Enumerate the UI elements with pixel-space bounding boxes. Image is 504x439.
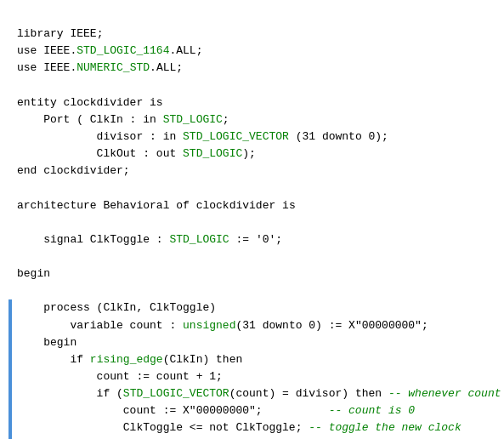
code-token: clockdivider (43, 164, 123, 177)
line-content: architecture Behavioral of clockdivider … (17, 197, 504, 214)
line-content (17, 282, 504, 299)
line-content: process (ClkIn, ClkToggle) (17, 299, 504, 316)
code-token: -- whenever count = divisor (388, 387, 504, 400)
line-content: entity clockdivider is (17, 94, 504, 111)
code-token: is (143, 96, 162, 109)
line-content: count := count + 1; (17, 368, 504, 385)
code-token: unsigned (183, 319, 235, 332)
code-token: (count) = divisor) then (229, 387, 388, 400)
code-line: if (STD_LOGIC_VECTOR(count) = divisor) t… (8, 385, 504, 402)
code-token: STD_LOGIC (183, 147, 242, 160)
code-token: ; (123, 164, 130, 177)
code-line: count := X"00000000"; -- count is 0 (8, 402, 504, 419)
line-indicator (8, 180, 12, 197)
line-content (17, 77, 504, 94)
line-indicator (8, 282, 12, 299)
line-content: begin (17, 265, 504, 282)
code-token: STD_LOGIC (163, 113, 223, 126)
line-content: divisor : in STD_LOGIC_VECTOR (31 downto… (17, 128, 504, 145)
line-indicator (8, 402, 12, 419)
code-line: count := count + 1; (8, 368, 504, 385)
code-token: .ALL; (150, 61, 183, 74)
code-token: STD_LOGIC (169, 233, 229, 246)
code-token: IEEE (43, 61, 70, 74)
code-token: process (ClkIn, ClkToggle) (17, 301, 216, 314)
code-token: ClkToggle (90, 233, 150, 246)
code-token: of (169, 199, 195, 212)
code-token: divisor : in (17, 130, 183, 143)
code-line: Port ( ClkIn : in STD_LOGIC; (8, 111, 504, 128)
code-token: IEEE (70, 27, 96, 40)
code-token: Port ( ClkIn : in (17, 113, 163, 126)
code-token: ); (242, 147, 256, 160)
code-token: begin (17, 336, 76, 349)
code-token: if ( (17, 387, 123, 400)
code-token: is (275, 199, 295, 212)
code-token: signal (17, 233, 90, 246)
code-line: process (ClkIn, ClkToggle) (8, 299, 504, 316)
code-token: if (17, 353, 90, 366)
line-content: count := X"00000000"; -- count is 0 (17, 402, 504, 419)
code-token: architecture (17, 199, 103, 212)
code-token: (31 downto 0); (289, 130, 388, 143)
line-content: library IEEE; (17, 26, 504, 43)
code-token: IEEE (43, 44, 70, 57)
code-line (8, 77, 504, 94)
line-content: if (STD_LOGIC_VECTOR(count) = divisor) t… (17, 385, 504, 402)
line-indicator (8, 265, 12, 282)
code-token: entity (17, 96, 64, 109)
code-line (8, 282, 504, 299)
line-indicator (8, 351, 12, 368)
code-line: use IEEE.STD_LOGIC_1164.ALL; (8, 43, 504, 60)
code-token: library (17, 27, 70, 40)
line-indicator (8, 419, 12, 436)
line-indicator (8, 43, 12, 60)
line-content (17, 180, 504, 197)
code-line: ClkToggle <= not ClkToggle; -- toggle th… (8, 419, 504, 436)
line-content: if rising_edge(ClkIn) then (17, 351, 504, 368)
line-content: use IEEE.NUMERIC_STD.ALL; (17, 60, 504, 77)
line-content: signal ClkToggle : STD_LOGIC := '0'; (17, 231, 504, 248)
code-token: count := X"00000000"; (17, 404, 263, 417)
line-indicator (8, 334, 12, 351)
code-editor: library IEEE;use IEEE.STD_LOGIC_1164.ALL… (8, 9, 504, 439)
code-token: (ClkIn) then (163, 353, 243, 366)
code-line (8, 214, 504, 231)
line-indicator (8, 26, 12, 43)
code-token: STD_LOGIC_VECTOR (183, 130, 289, 143)
code-token: NUMERIC_STD (76, 61, 150, 74)
code-token: STD_LOGIC_1164 (76, 44, 169, 57)
line-indicator (8, 77, 12, 94)
line-content (17, 214, 504, 231)
line-content: begin (17, 334, 504, 351)
line-indicator (8, 197, 12, 214)
code-token: -- count is 0 (263, 404, 415, 417)
code-token: clockdivider (64, 96, 144, 109)
code-line: architecture Behavioral of clockdivider … (8, 197, 504, 214)
code-line: end clockdivider; (8, 162, 504, 180)
line-indicator (8, 248, 12, 265)
line-indicator (8, 317, 12, 334)
code-token: use (17, 44, 43, 57)
code-line: begin (8, 334, 504, 351)
line-indicator (8, 385, 12, 402)
line-indicator (8, 60, 12, 77)
code-token: -- toggle the new clock (309, 421, 461, 434)
line-indicator (8, 231, 12, 248)
code-token: := '0'; (229, 233, 282, 246)
code-line: begin (8, 265, 504, 282)
code-token: : (150, 233, 169, 246)
code-token: count := count + 1; (17, 370, 223, 383)
code-line: divisor : in STD_LOGIC_VECTOR (31 downto… (8, 128, 504, 145)
line-indicator (8, 94, 12, 111)
code-token: ; (97, 27, 104, 40)
line-content: Port ( ClkIn : in STD_LOGIC; (17, 111, 504, 128)
code-line: variable count : unsigned(31 downto 0) :… (8, 317, 504, 334)
line-content: end clockdivider; (17, 162, 504, 180)
code-token: .ALL; (169, 44, 202, 57)
code-line (8, 248, 504, 265)
code-token: STD_LOGIC_VECTOR (123, 387, 229, 400)
code-token: end (17, 164, 43, 177)
code-line: use IEEE.NUMERIC_STD.ALL; (8, 60, 504, 77)
line-content: variable count : unsigned(31 downto 0) :… (17, 317, 504, 334)
